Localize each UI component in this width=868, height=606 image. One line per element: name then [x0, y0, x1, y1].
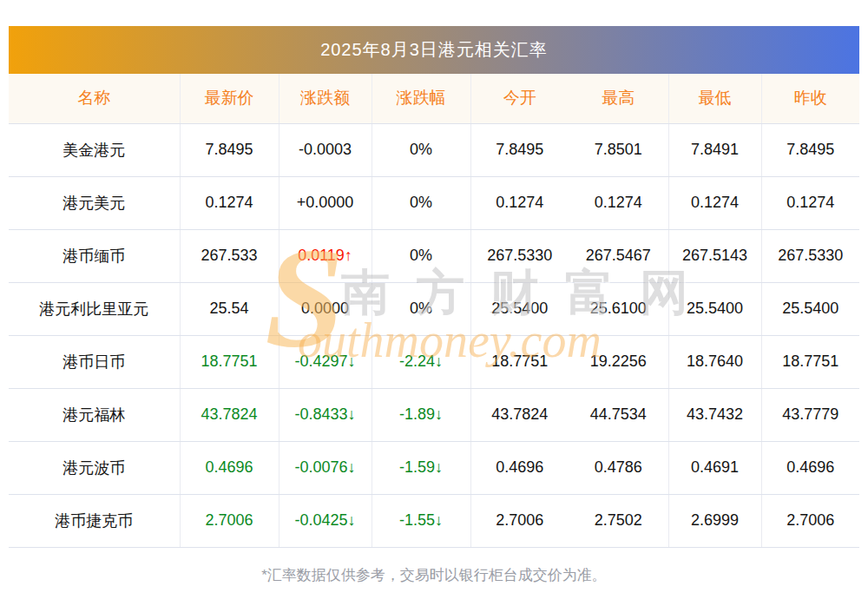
cell-latest: 0.4696 [180, 441, 279, 494]
rates-table: 名称 最新价 涨跌额 涨跌幅 今开 最高 最低 昨收 美金港元 7.8495 -… [9, 74, 859, 548]
col-header-latest: 最新价 [180, 74, 279, 123]
cell-name: 港元利比里亚元 [9, 282, 180, 335]
cell-change: -0.0076↓ [279, 441, 372, 494]
cell-low: 0.1274 [668, 176, 761, 229]
page: 2025年8月3日港元相关汇率 名称 最新价 涨跌额 涨跌幅 今开 最高 最低 … [0, 0, 868, 585]
col-header-low: 最低 [668, 74, 761, 123]
cell-change: 0.0000 [279, 282, 372, 335]
cell-prev: 0.4696 [761, 441, 859, 494]
cell-prev: 2.7006 [761, 494, 859, 547]
cell-pct: 0% [372, 229, 470, 282]
cell-change: -0.4297↓ [279, 335, 372, 388]
cell-latest: 7.8495 [180, 123, 279, 176]
col-header-pct: 涨跌幅 [372, 74, 470, 123]
cell-pct: 0% [372, 123, 470, 176]
cell-change: 0.0119↑ [279, 229, 372, 282]
cell-name: 美金港元 [9, 123, 180, 176]
cell-high: 267.5467 [569, 229, 668, 282]
table-row: 港元利比里亚元 25.54 0.0000 0% 25.5400 25.6100 … [9, 282, 859, 335]
cell-latest: 43.7824 [180, 388, 279, 441]
cell-high: 0.1274 [569, 176, 668, 229]
cell-change: -0.0003 [279, 123, 372, 176]
cell-low: 25.5400 [668, 282, 761, 335]
cell-open: 25.5400 [470, 282, 569, 335]
rates-board: 2025年8月3日港元相关汇率 名称 最新价 涨跌额 涨跌幅 今开 最高 最低 … [9, 26, 859, 548]
col-header-name: 名称 [9, 74, 180, 123]
cell-change: -0.8433↓ [279, 388, 372, 441]
cell-high: 25.6100 [569, 282, 668, 335]
header-row: 名称 最新价 涨跌额 涨跌幅 今开 最高 最低 昨收 [9, 74, 859, 123]
cell-change: -0.0425↓ [279, 494, 372, 547]
cell-prev: 267.5330 [761, 229, 859, 282]
cell-pct: -1.55↓ [372, 494, 470, 547]
cell-latest: 25.54 [180, 282, 279, 335]
cell-open: 2.7006 [470, 494, 569, 547]
col-header-prev: 昨收 [761, 74, 859, 123]
cell-prev: 18.7751 [761, 335, 859, 388]
col-header-change: 涨跌额 [279, 74, 372, 123]
title-bar: 2025年8月3日港元相关汇率 [9, 26, 859, 74]
cell-high: 2.7502 [569, 494, 668, 547]
cell-prev: 25.5400 [761, 282, 859, 335]
table-row: 港币日币 18.7751 -0.4297↓ -2.24↓ 18.7751 19.… [9, 335, 859, 388]
cell-pct: -1.89↓ [372, 388, 470, 441]
col-header-open: 今开 [470, 74, 569, 123]
cell-prev: 7.8495 [761, 123, 859, 176]
cell-low: 2.6999 [668, 494, 761, 547]
cell-open: 18.7751 [470, 335, 569, 388]
cell-high: 44.7534 [569, 388, 668, 441]
table-row: 港元波币 0.4696 -0.0076↓ -1.59↓ 0.4696 0.478… [9, 441, 859, 494]
table-row: 港元美元 0.1274 +0.0000 0% 0.1274 0.1274 0.1… [9, 176, 859, 229]
cell-latest: 267.533 [180, 229, 279, 282]
cell-low: 0.4691 [668, 441, 761, 494]
disclaimer-footnote: *汇率数据仅供参考，交易时以银行柜台成交价为准。 [9, 565, 859, 585]
cell-pct: -2.24↓ [372, 335, 470, 388]
table-row: 美金港元 7.8495 -0.0003 0% 7.8495 7.8501 7.8… [9, 123, 859, 176]
cell-open: 7.8495 [470, 123, 569, 176]
cell-latest: 0.1274 [180, 176, 279, 229]
cell-name: 港元波币 [9, 441, 180, 494]
cell-name: 港元美元 [9, 176, 180, 229]
cell-open: 267.5330 [470, 229, 569, 282]
page-title: 2025年8月3日港元相关汇率 [320, 38, 548, 62]
cell-pct: 0% [372, 282, 470, 335]
cell-latest: 18.7751 [180, 335, 279, 388]
table-row: 港币缅币 267.533 0.0119↑ 0% 267.5330 267.546… [9, 229, 859, 282]
cell-high: 19.2256 [569, 335, 668, 388]
cell-open: 0.1274 [470, 176, 569, 229]
cell-prev: 43.7779 [761, 388, 859, 441]
cell-low: 43.7432 [668, 388, 761, 441]
cell-name: 港元福林 [9, 388, 180, 441]
cell-low: 7.8491 [668, 123, 761, 176]
cell-change: +0.0000 [279, 176, 372, 229]
cell-low: 267.5143 [668, 229, 761, 282]
cell-name: 港币捷克币 [9, 494, 180, 547]
col-header-high: 最高 [569, 74, 668, 123]
table-row: 港元福林 43.7824 -0.8433↓ -1.89↓ 43.7824 44.… [9, 388, 859, 441]
table-row: 港币捷克币 2.7006 -0.0425↓ -1.55↓ 2.7006 2.75… [9, 494, 859, 547]
cell-low: 18.7640 [668, 335, 761, 388]
cell-latest: 2.7006 [180, 494, 279, 547]
cell-pct: 0% [372, 176, 470, 229]
cell-prev: 0.1274 [761, 176, 859, 229]
cell-open: 43.7824 [470, 388, 569, 441]
cell-name: 港币缅币 [9, 229, 180, 282]
cell-high: 7.8501 [569, 123, 668, 176]
cell-pct: -1.59↓ [372, 441, 470, 494]
cell-high: 0.4786 [569, 441, 668, 494]
cell-open: 0.4696 [470, 441, 569, 494]
cell-name: 港币日币 [9, 335, 180, 388]
